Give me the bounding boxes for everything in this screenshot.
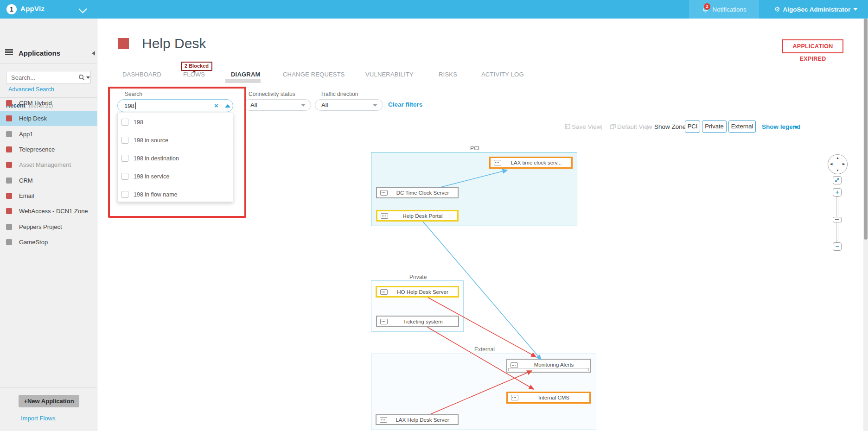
clear-search-icon[interactable]: × xyxy=(214,101,218,109)
search-options-dropdown: 198 198 in source 198 in destination 198… xyxy=(117,113,233,202)
zoom-out-button[interactable]: − xyxy=(833,242,842,251)
legend-caret-icon xyxy=(794,126,798,129)
node-ho-help-desk-server[interactable]: HO Help Desk Server xyxy=(376,286,459,298)
node-lax-help-desk-server[interactable]: LAX Help Desk Server xyxy=(376,414,459,425)
zone-label-external: External xyxy=(474,346,495,353)
search-options-caret-icon[interactable] xyxy=(86,76,90,79)
checkbox-icon[interactable] xyxy=(121,137,128,144)
zone-toggle-pci[interactable]: PCI xyxy=(685,120,700,133)
tab-diagram[interactable]: DIAGRAM xyxy=(231,71,261,78)
applications-sidebar: Applications Advanced Search Recent (out… xyxy=(0,19,97,431)
tab-flows[interactable]: FLOWS xyxy=(183,71,205,78)
notifications-button[interactable]: 2 Notifications xyxy=(689,0,759,19)
checkbox-icon[interactable] xyxy=(121,155,128,162)
pan-up-icon[interactable]: ▲ xyxy=(836,156,839,159)
tab-change-requests[interactable]: CHANGE REQUESTS xyxy=(283,71,345,78)
toolbar-separator: | xyxy=(647,123,648,130)
divider xyxy=(0,387,97,387)
node-internal-cms[interactable]: Internal CMS xyxy=(506,392,591,404)
vertical-scrollbar-thumb[interactable] xyxy=(864,19,868,240)
checkbox-icon[interactable] xyxy=(121,173,128,180)
node-ticketing-system[interactable]: Ticketing system xyxy=(376,316,459,327)
sidebar-item-crm-hybrid[interactable]: CRM Hybrid xyxy=(0,95,97,111)
node-lax-time-clock-server[interactable]: LAX time clock serv... xyxy=(489,157,573,169)
app-color-square xyxy=(6,239,12,245)
app-color-square xyxy=(6,162,12,168)
search-value: 198 xyxy=(124,102,134,109)
zoom-slider-handle[interactable] xyxy=(833,217,842,222)
app-color-square xyxy=(6,177,12,184)
sidebar-item-app1[interactable]: App1 xyxy=(0,127,97,142)
server-icon xyxy=(380,289,388,295)
new-application-button[interactable]: +New Application xyxy=(19,395,79,407)
server-icon xyxy=(494,160,501,165)
traffic-direction-select[interactable]: All xyxy=(315,99,383,111)
server-icon xyxy=(380,190,388,196)
clear-filters-link[interactable]: Clear filters xyxy=(388,101,422,108)
appviz-page: 1 AppViz 2 Notifications ⚙ AlgoSec Admin… xyxy=(0,0,868,431)
active-tab-indicator xyxy=(225,79,261,83)
notification-count-badge: 2 xyxy=(704,3,710,10)
pan-left-icon[interactable]: ◀ xyxy=(830,162,832,165)
page-title: Help Desk xyxy=(142,36,206,51)
brand-title: AppViz xyxy=(20,5,45,13)
collapse-options-icon[interactable] xyxy=(225,104,230,108)
user-menu[interactable]: ⚙ AlgoSec Administrator xyxy=(770,0,862,19)
sidebar-item-telepresence[interactable]: Telepresence xyxy=(0,142,97,157)
fit-view-button[interactable] xyxy=(833,176,842,184)
tab-activity-log[interactable]: ACTIVITY LOG xyxy=(481,71,524,78)
tab-vulnerability[interactable]: VULNERABILITY xyxy=(365,71,414,78)
option-198-in-source[interactable]: 198 in source xyxy=(118,131,233,149)
tab-risks[interactable]: RISKS xyxy=(439,71,457,78)
app-color-square xyxy=(6,100,12,106)
zoom-in-button[interactable]: + xyxy=(833,188,842,196)
divider xyxy=(99,142,868,142)
node-dc-time-clock-server[interactable]: DC Time Clock Server xyxy=(376,187,459,198)
checkbox-icon[interactable] xyxy=(121,191,128,198)
sidebar-search-box[interactable] xyxy=(6,71,91,83)
chevron-down-icon[interactable] xyxy=(78,5,87,13)
advanced-search-link[interactable]: Advanced Search xyxy=(8,86,54,93)
topbar-divider xyxy=(763,4,763,15)
notifications-label: Notifications xyxy=(712,6,747,13)
node-monitoring-alerts[interactable]: Monitoring Alerts xyxy=(506,359,591,373)
pan-down-icon[interactable]: ▼ xyxy=(836,169,839,172)
sidebar-item-peppers-project[interactable]: Peppers Project xyxy=(0,219,97,235)
checkbox-icon[interactable] xyxy=(121,119,128,126)
server-icon xyxy=(381,213,388,219)
traffic-direction-label: Traffic direction xyxy=(320,91,358,97)
user-name: AlgoSec Administrator xyxy=(783,6,850,13)
sidebar-item-crm[interactable]: CRM xyxy=(0,173,97,188)
zone-toggle-external[interactable]: External xyxy=(728,120,756,133)
menu-icon[interactable] xyxy=(5,49,13,55)
application-expired-badge: APPLICATION EXPIRED xyxy=(782,39,843,53)
app-color-square xyxy=(6,224,12,230)
node-help-desk-portal[interactable]: Help Desk Portal xyxy=(376,210,459,222)
tab-dashboard[interactable]: DASHBOARD xyxy=(122,71,161,78)
sidebar-item-email[interactable]: Email xyxy=(0,188,97,203)
option-198-in-flow-name[interactable]: 198 in flow name xyxy=(118,185,233,203)
sidebar-item-gamestop[interactable]: GameStop xyxy=(0,235,97,250)
import-flows-link[interactable]: Import Flows xyxy=(21,415,55,422)
option-198-in-service[interactable]: 198 in service xyxy=(118,167,233,185)
text-cursor xyxy=(135,102,136,109)
user-menu-caret-icon xyxy=(853,8,858,11)
option-198[interactable]: 198 xyxy=(118,113,233,131)
search-icon[interactable] xyxy=(78,74,85,81)
collapse-sidebar-icon[interactable] xyxy=(92,51,95,56)
sidebar-search-input[interactable] xyxy=(10,73,77,82)
chevron-down-icon xyxy=(301,104,306,107)
zone-toggle-private[interactable]: Private xyxy=(702,120,727,133)
connectivity-status-select[interactable]: All xyxy=(244,99,311,111)
diagram-search-input[interactable]: 198 × xyxy=(117,99,233,112)
sidebar-item-help-desk[interactable]: Help Desk xyxy=(0,111,97,126)
flows-blocked-badge: 2 Blocked xyxy=(181,62,212,71)
pan-right-icon[interactable]: ▶ xyxy=(842,162,845,165)
save-view-button[interactable]: Save View xyxy=(572,123,601,130)
app-color-square xyxy=(6,146,12,152)
pan-control[interactable]: ▲ ▼ ◀ ▶ xyxy=(828,154,848,174)
sidebar-item-asset-management[interactable]: Asset Management xyxy=(0,157,97,172)
option-198-in-destination[interactable]: 198 in destination xyxy=(118,149,233,167)
app-color-square xyxy=(6,115,12,121)
sidebar-item-webaccess[interactable]: WebAccess - DCN1 Zone xyxy=(0,203,97,219)
